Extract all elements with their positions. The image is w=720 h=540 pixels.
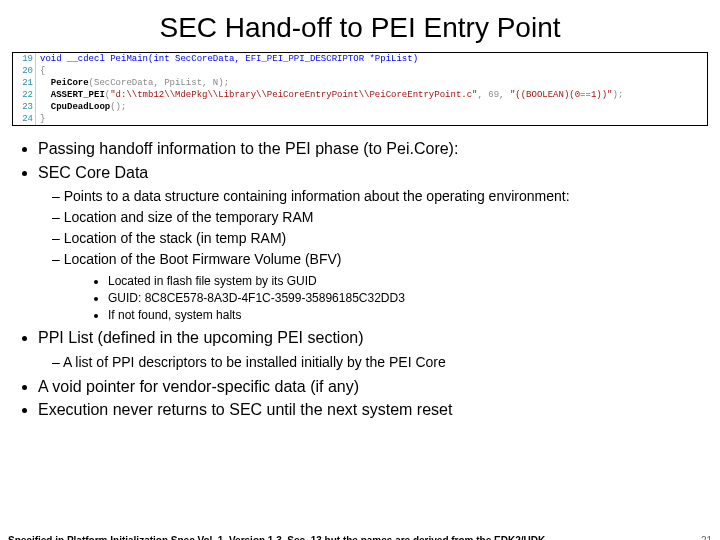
list-item: PPI List (defined in the upcoming PEI se…: [38, 327, 690, 371]
code-line: PeiCore(SecCoreData, PpiList, N);: [36, 77, 229, 89]
code-line: ASSERT_PEI("d:\\tmb12\\MdePkg\\Library\\…: [36, 89, 623, 101]
code-line: }: [36, 113, 45, 125]
list-item: Passing handoff information to the PEI p…: [38, 138, 690, 160]
code-line: CpuDeadLoop();: [36, 101, 126, 113]
list-item: If not found, system halts: [108, 307, 690, 323]
list-item: Points to a data structure containing in…: [68, 187, 690, 206]
bullet-list: Passing handoff information to the PEI p…: [10, 138, 690, 421]
line-number: 24: [13, 113, 36, 125]
code-line: void __cdecl PeiMain(int SecCoreData, EF…: [36, 53, 418, 65]
page-number: 21: [701, 535, 712, 540]
list-item: Location of the Boot Firmware Volume (BF…: [68, 250, 690, 323]
list-item: Location of the stack (in temp RAM): [68, 229, 690, 248]
line-number: 21: [13, 77, 36, 89]
code-text: void __cdecl PeiMain(int SecCoreData, EF…: [40, 54, 418, 64]
code-fn: CpuDeadLoop: [40, 102, 110, 112]
line-number: 19: [13, 53, 36, 65]
sub-list: Points to a data structure containing in…: [38, 187, 690, 323]
list-item-text: Location of the Boot Firmware Volume (BF…: [64, 251, 342, 267]
code-line: {: [36, 65, 45, 77]
code-args: ();: [110, 102, 126, 112]
list-item: A list of PPI descriptors to be installe…: [68, 353, 690, 372]
list-item: Execution never returns to SEC until the…: [38, 399, 690, 421]
list-item-text: PPI List (defined in the upcoming PEI se…: [38, 329, 364, 346]
footer-note: Specified in Platform Initialization Spe…: [8, 535, 712, 540]
list-item: GUID: 8C8CE578-8A3D-4F1C-3599-35896185C3…: [108, 290, 690, 306]
list-item: Location and size of the temporary RAM: [68, 208, 690, 227]
line-number: 22: [13, 89, 36, 101]
list-item-text: SEC Core Data: [38, 164, 148, 181]
line-number: 20: [13, 65, 36, 77]
code-fn: PeiCore: [40, 78, 89, 88]
line-number: 23: [13, 101, 36, 113]
code-string: "((BOOLEAN)(0==1))": [510, 90, 613, 100]
code-args: );: [613, 90, 624, 100]
sub-list: A list of PPI descriptors to be installe…: [38, 353, 690, 372]
code-snippet: 19 void __cdecl PeiMain(int SecCoreData,…: [12, 52, 708, 126]
sub-sub-list: Located in flash file system by its GUID…: [68, 273, 690, 324]
slide-title: SEC Hand-off to PEI Entry Point: [0, 12, 720, 44]
list-item: A void pointer for vendor-specific data …: [38, 376, 690, 398]
slide: SEC Hand-off to PEI Entry Point 19 void …: [0, 12, 720, 540]
code-args: (SecCoreData, PpiList, N);: [89, 78, 229, 88]
code-string: "d:\\tmb12\\MdePkg\\Library\\PeiCoreEntr…: [110, 90, 477, 100]
code-args: , 69,: [477, 90, 509, 100]
list-item: Located in flash file system by its GUID: [108, 273, 690, 289]
list-item: SEC Core Data Points to a data structure…: [38, 162, 690, 324]
code-fn: ASSERT_PEI: [40, 90, 105, 100]
